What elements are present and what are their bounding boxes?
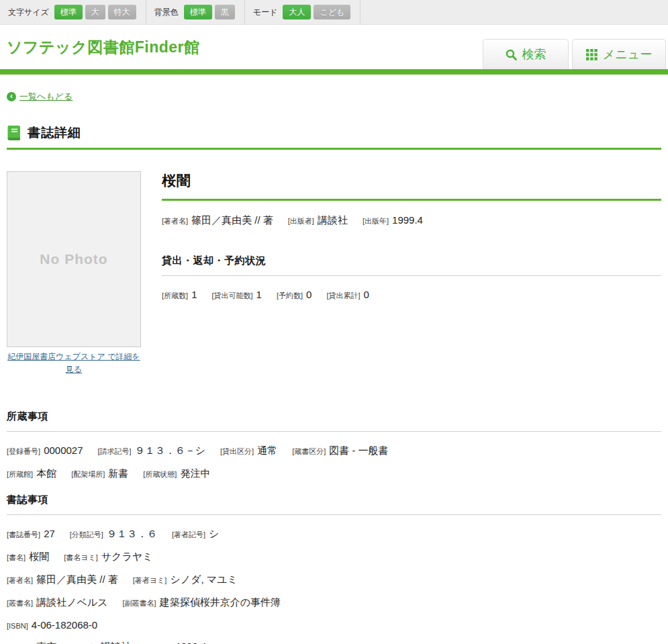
field-label: [著者名] (7, 576, 33, 586)
mode-label: モード (253, 7, 278, 18)
site-title: ソフテック図書館Finder館 (7, 37, 199, 58)
field-value: 27 (44, 528, 55, 539)
book-detail: No Photo 紀伊国屋書店ウェブストア で詳細を見る 桜闇 [著者名]篠田／… (7, 171, 661, 375)
toolbar-option[interactable]: 黒 (215, 5, 235, 19)
biblio-divider (7, 514, 661, 515)
field-row: [所蔵館]本館[配架場所]新書[所蔵状態]発注中 (7, 467, 661, 480)
field: [出版年]1999.4 (146, 641, 206, 644)
book-title-divider (162, 199, 661, 201)
field: [叢書名]講談社ノベルス (7, 596, 108, 609)
biblio-title: 書誌事項 (7, 494, 661, 506)
field-value: 建築探偵桜井京介の事件簿 (160, 596, 281, 609)
field-label: [請求記号] (98, 447, 132, 457)
field-label: [予約数] (277, 291, 303, 301)
header-green-bar (0, 69, 668, 75)
field-label: [書誌番号] (7, 530, 40, 540)
field: [貸出累計]0 (326, 289, 369, 301)
holding-divider (7, 431, 661, 432)
menu-button-label: メニュー (603, 46, 652, 62)
lending-status-title: 貸出・返却・予約状況 (162, 255, 661, 267)
field-label: [副叢書名] (123, 598, 156, 608)
field-row: [出版地]東京[出版者]講談社[出版年]1999.4 (7, 641, 661, 644)
holding-title: 所蔵事項 (7, 410, 661, 423)
field: [登録番号]0000027 (7, 445, 83, 457)
lending-status-section: 貸出・返却・予約状況 [所蔵数]1[貸出可能数]1[予約数]0[貸出累計]0 (162, 255, 661, 301)
field-value: 講談社 (318, 214, 348, 227)
book-title: 桜闇 (162, 171, 661, 190)
page-title-row: 書誌詳細 (7, 124, 661, 142)
field-value: 発注中 (180, 467, 210, 480)
lending-status-fields: [所蔵数]1[貸出可能数]1[予約数]0[貸出累計]0 (162, 289, 661, 301)
field-row: [叢書名]講談社ノベルス[副叢書名]建築探偵桜井京介の事件簿 (7, 596, 661, 609)
field-row: [所蔵数]1[貸出可能数]1[予約数]0[貸出累計]0 (162, 289, 661, 301)
field-label: [出版者] (288, 216, 314, 226)
holding-section: 所蔵事項 [登録番号]0000027[請求記号]９１３．６－シ[貸出区分]通常[… (7, 410, 661, 480)
photo-column: No Photo 紀伊国屋書店ウェブストア で詳細を見る (7, 171, 141, 375)
field: [出版者]講談社 (288, 214, 348, 227)
field: [蔵書区分]図書 - 一般書 (292, 445, 388, 457)
field-row: [ISBN]4-06-182068-0 (7, 619, 661, 631)
field-value: 篠田／真由美 // 著 (191, 214, 273, 227)
field-label: [ISBN] (7, 622, 28, 630)
field-label: [所蔵状態] (143, 469, 177, 479)
mode-group: モード 大人こども (245, 0, 361, 24)
field-value: 通常 (257, 445, 277, 457)
field-label: [叢書名] (7, 598, 33, 608)
back-arrow-icon: ‹ (7, 92, 16, 101)
no-photo-text: No Photo (40, 251, 107, 267)
menu-button[interactable]: メニュー (572, 39, 666, 69)
field-label: [著者記号] (172, 530, 205, 540)
field-label: [著者ヨミ] (133, 576, 167, 586)
toolbar-option[interactable]: 特大 (108, 5, 136, 19)
field: [出版地]東京 (7, 641, 56, 644)
field: [著者記号]シ (172, 528, 219, 541)
book-icon (7, 125, 21, 142)
breadcrumb: ‹ 一覧へもどる (7, 91, 661, 103)
book-cover-placeholder: No Photo (7, 171, 141, 347)
search-button[interactable]: 検索 (483, 39, 569, 69)
field-value: 図書 - 一般書 (329, 445, 388, 457)
lending-status-divider (162, 275, 661, 276)
field-row: [書名]桜闇[書名ヨミ]サクラヤミ (7, 551, 661, 563)
field-label: [蔵書区分] (292, 447, 326, 457)
field: [配架場所]新書 (71, 467, 128, 480)
toolbar-option[interactable]: 標準 (184, 5, 212, 19)
toolbar-option[interactable]: 大 (85, 5, 105, 19)
field-label: [貸出区分] (220, 447, 254, 457)
field: [書名]桜闇 (7, 551, 49, 563)
field-value: 0 (306, 289, 312, 300)
field-label: [貸出累計] (326, 291, 360, 301)
field: [貸出区分]通常 (220, 445, 277, 457)
search-icon (506, 49, 517, 60)
field-value: シノダ, マユミ (170, 573, 237, 586)
field-label: [出版年] (363, 216, 389, 226)
field-value: 桜闇 (29, 551, 49, 563)
field-value: 篠田／真由美 // 著 (36, 573, 118, 586)
toolbar-option[interactable]: 標準 (54, 5, 83, 19)
biblio-fields: [書誌番号]27[分類記号]９１３．６[著者記号]シ[書名]桜闇[書名ヨミ]サク… (7, 528, 661, 644)
toolbar-option[interactable]: こども (314, 5, 350, 19)
kinokuniya-store-link[interactable]: 紀伊国屋書店ウェブストア で詳細を見る (7, 351, 141, 375)
field: [出版者]講談社 (71, 641, 131, 644)
back-to-list-link[interactable]: 一覧へもどる (19, 91, 73, 103)
mode-options: 大人こども (283, 5, 350, 19)
field-value: 1999.4 (392, 214, 423, 226)
field-value: サクラヤミ (101, 551, 153, 563)
field-value: 講談社ノベルス (36, 596, 107, 609)
field-value: 1 (191, 289, 197, 300)
field-value: 本館 (36, 467, 56, 480)
accessibility-toolbar: 文字サイズ 標準大特大 背景色 標準黒 モード 大人こども (0, 0, 668, 25)
field: [貸出可能数]1 (211, 289, 261, 301)
field: [予約数]0 (277, 289, 312, 301)
toolbar-option[interactable]: 大人 (283, 5, 311, 19)
font-size-options: 標準大特大 (54, 5, 136, 19)
field-label: [貸出可能数] (211, 291, 252, 301)
field: [所蔵状態]発注中 (143, 467, 210, 480)
main-content: ‹ 一覧へもどる 書誌詳細 No Photo 紀伊国屋書店ウェブストア で詳細を… (0, 91, 668, 644)
field-row: [著者名]篠田／真由美 // 著[著者ヨミ]シノダ, マユミ (7, 573, 661, 586)
field: [著者名]篠田／真由美 // 著 (7, 573, 118, 586)
field-value: 1 (256, 289, 262, 300)
menu-grid-icon (586, 49, 598, 60)
field-label: [所蔵数] (162, 291, 188, 301)
field: [書誌番号]27 (7, 528, 55, 540)
